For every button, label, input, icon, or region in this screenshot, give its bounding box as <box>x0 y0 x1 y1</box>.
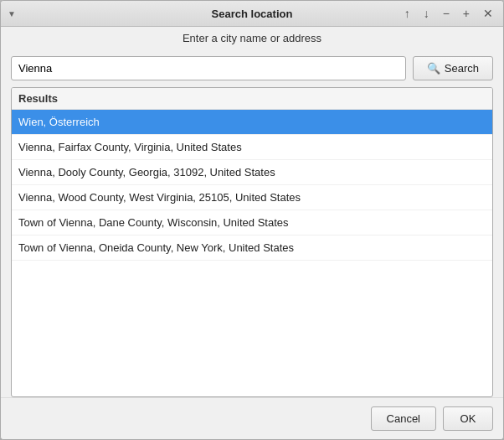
ok-button[interactable]: OK <box>443 406 493 431</box>
result-item[interactable]: Wien, Österreich <box>12 110 492 135</box>
result-item[interactable]: Town of Vienna, Oneida County, New York,… <box>12 236 492 261</box>
result-item[interactable]: Vienna, Wood County, West Virginia, 2510… <box>12 185 492 210</box>
search-icon: 🔍 <box>427 62 440 75</box>
scroll-down-button[interactable]: ↓ <box>420 6 433 21</box>
title-bar-left: ▼ <box>8 9 19 18</box>
footer: Cancel OK <box>1 397 503 439</box>
close-button[interactable]: ✕ <box>480 6 496 21</box>
search-input[interactable] <box>11 56 406 80</box>
results-header: Results <box>12 88 492 110</box>
search-row: 🔍 Search <box>1 49 503 87</box>
dialog-title: Search location <box>212 8 293 20</box>
maximize-button[interactable]: + <box>460 6 473 21</box>
cancel-button[interactable]: Cancel <box>371 406 436 431</box>
title-bar: ▼ Search location ↑ ↓ − + ✕ <box>1 1 503 27</box>
result-item[interactable]: Vienna, Dooly County, Georgia, 31092, Un… <box>12 160 492 185</box>
minimize-button[interactable]: − <box>440 6 453 21</box>
chevron-icon: ▼ <box>8 9 16 18</box>
search-button-label: Search <box>445 62 479 75</box>
results-list: Wien, ÖsterreichVienna, Fairfax County, … <box>12 110 492 396</box>
results-section: Results Wien, ÖsterreichVienna, Fairfax … <box>11 87 493 397</box>
result-item[interactable]: Town of Vienna, Dane County, Wisconsin, … <box>12 210 492 236</box>
dialog-subtitle: Enter a city name or address <box>1 27 503 49</box>
search-location-dialog: ▼ Search location ↑ ↓ − + ✕ Enter a city… <box>0 0 504 440</box>
title-bar-controls: ↑ ↓ − + ✕ <box>401 6 496 21</box>
search-button[interactable]: 🔍 Search <box>413 56 493 80</box>
result-item[interactable]: Vienna, Fairfax County, Virginia, United… <box>12 135 492 160</box>
scroll-up-button[interactable]: ↑ <box>401 6 414 21</box>
